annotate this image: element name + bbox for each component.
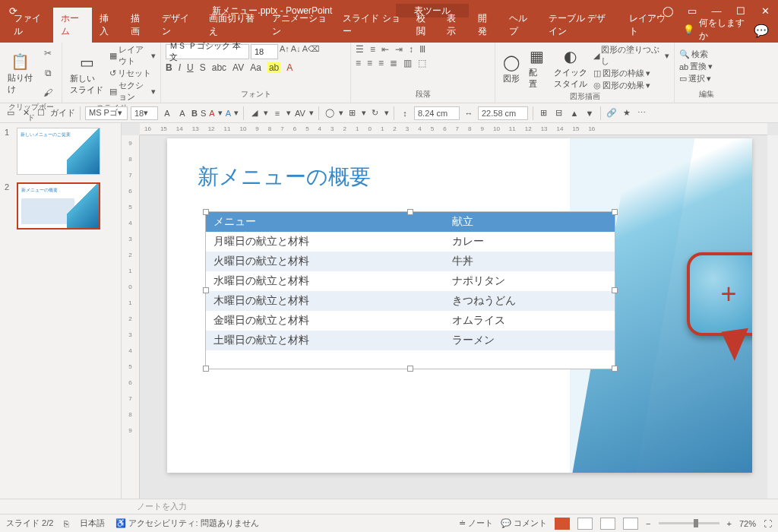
format-painter-icon[interactable]: 🖌	[39, 84, 57, 102]
table-row[interactable]: 金曜日の献立と材料オムライス	[206, 311, 615, 331]
table-row[interactable]: 木曜日の献立と材料きつねうどん	[206, 291, 615, 311]
comments-toggle[interactable]: 💬 コメント	[501, 518, 547, 529]
qat-shrink-icon[interactable]: A	[176, 107, 188, 119]
table-row[interactable]: 月曜日の献立と材料カレー	[206, 232, 615, 252]
sorter-view-icon[interactable]	[577, 518, 593, 530]
qat-align-icon[interactable]: ⊞	[346, 107, 359, 119]
slide-table[interactable]: メニュー 献立 月曜日の献立と材料カレー火曜日の献立と材料牛丼水曜日の献立と材料…	[205, 211, 615, 369]
comments-icon[interactable]: 💬	[745, 19, 778, 43]
tell-me[interactable]: 💡 何をしますか	[683, 17, 745, 43]
qat-back-icon[interactable]: ▼	[584, 107, 596, 119]
qat-width-icon[interactable]: ↔	[463, 107, 475, 119]
replace-button[interactable]: ab 置換 ▾	[679, 61, 713, 72]
reset-button[interactable]: ↺ リセット	[109, 68, 156, 79]
tab-file[interactable]: ファイル	[6, 8, 53, 43]
font-name-select[interactable]: ＭＳ Ｐゴシック 本文	[166, 44, 249, 59]
qat-height-input[interactable]: 8.24 cm	[414, 106, 460, 120]
spacing-button[interactable]: AV	[232, 62, 244, 73]
zoom-slider[interactable]	[659, 522, 719, 524]
new-slide-button[interactable]: ▭ 新しい スライド	[67, 50, 106, 97]
minimize-icon[interactable]: ―	[710, 4, 723, 17]
slide-canvas[interactable]: 新メニューの概要 メニュー 献立 月曜日の献立と材料カ	[167, 138, 752, 473]
table-row[interactable]: 水曜日の献立と材料ナポリタン	[206, 271, 615, 291]
tab-view[interactable]: 表示	[439, 8, 470, 43]
select-button[interactable]: ▭ 選択 ▾	[679, 73, 713, 84]
smartart-icon[interactable]: ⬚	[418, 58, 426, 68]
qat-fontcolor[interactable]: A	[209, 109, 214, 118]
qat-font-name[interactable]: MS Pゴ ▾	[85, 106, 128, 120]
scrollbar-vertical[interactable]	[767, 135, 778, 499]
font-size-select[interactable]: 18	[251, 44, 278, 59]
increase-font-icon[interactable]: A↑	[280, 44, 289, 59]
numbering-icon[interactable]: ≡	[370, 44, 375, 55]
qat-grow-icon[interactable]: A	[161, 107, 173, 119]
clear-format-icon[interactable]: A⌫	[302, 44, 320, 59]
italic-button[interactable]: I	[179, 62, 181, 73]
qat-save-icon[interactable]: ▭	[5, 107, 17, 119]
align-center-icon[interactable]: ≡	[367, 58, 372, 68]
shape-outline-button[interactable]: ◫ 図形の枠線 ▾	[593, 68, 669, 79]
tab-draw[interactable]: 描画	[123, 8, 154, 43]
section-button[interactable]: ▤ セクション ▾	[109, 80, 156, 103]
tab-review[interactable]: 校閲	[409, 8, 440, 43]
quickstyle-button[interactable]: ◐クイック スタイル	[551, 44, 590, 91]
qat-shadow[interactable]: S	[201, 109, 206, 118]
text-direction-icon[interactable]: Ⅲ	[419, 44, 425, 55]
qat-spacing-icon[interactable]: AV	[294, 107, 306, 119]
cut-icon[interactable]: ✂	[39, 44, 57, 62]
arrange-button[interactable]: ▦配置	[526, 44, 548, 91]
copy-icon[interactable]: ⧉	[39, 64, 57, 82]
qat-link-icon[interactable]: 🔗	[606, 107, 618, 119]
bold-button[interactable]: B	[166, 62, 172, 73]
strike-button[interactable]: abc	[212, 62, 226, 73]
indent-dec-icon[interactable]: ⇤	[381, 44, 389, 55]
qat-height-icon[interactable]: ↕	[399, 107, 411, 119]
table-row[interactable]: 火曜日の献立と材料牛丼	[206, 252, 615, 271]
tab-transitions[interactable]: 画面切り替え	[201, 8, 264, 43]
qat-group-icon[interactable]: ⊞	[538, 107, 550, 119]
qat-front-icon[interactable]: ▲	[568, 107, 580, 119]
case-button[interactable]: Aa	[250, 62, 261, 73]
qat-undo-icon[interactable]: ✕	[20, 107, 32, 119]
fit-icon[interactable]: ⛶	[764, 519, 772, 528]
thumbnail-2[interactable]: 2 新メニューの概要	[5, 182, 116, 230]
qat-more-icon[interactable]: ⋯	[636, 107, 648, 119]
accessibility-label[interactable]: ♿ アクセシビリティ: 問題ありません	[115, 518, 258, 529]
shapes-button[interactable]: ◯図形	[500, 50, 523, 86]
guide-label[interactable]: ガイド	[50, 107, 75, 119]
underline-button[interactable]: U	[187, 62, 194, 73]
normal-view-icon[interactable]	[555, 518, 570, 530]
qat-anim-icon[interactable]: ★	[621, 107, 633, 119]
qat-ungroup-icon[interactable]: ⊟	[553, 107, 565, 119]
decrease-font-icon[interactable]: A↓	[291, 44, 301, 59]
find-button[interactable]: 🔍 検索	[679, 49, 713, 60]
zoom-level[interactable]: 72%	[739, 519, 756, 528]
notes-toggle[interactable]: ≐ ノート	[459, 518, 493, 529]
zoom-in-icon[interactable]: +	[727, 519, 732, 528]
slideshow-view-icon[interactable]	[623, 518, 638, 530]
table-header-dish[interactable]: 献立	[444, 212, 615, 232]
align-left-icon[interactable]: ≡	[356, 58, 361, 68]
maximize-icon[interactable]: ☐	[734, 4, 748, 17]
line-spacing-icon[interactable]: ↕	[409, 44, 413, 55]
reading-view-icon[interactable]	[600, 518, 615, 530]
tab-tabledesign[interactable]: テーブル デザイン	[541, 8, 622, 43]
align-right-icon[interactable]: ≡	[378, 58, 384, 68]
thumbnail-1[interactable]: 1 新しいメニューのご提案	[5, 128, 116, 175]
tab-help[interactable]: ヘルプ	[501, 8, 540, 43]
columns-icon[interactable]: ▥	[403, 58, 412, 68]
shape-effects-button[interactable]: ◎ 図形の効果 ▾	[593, 80, 669, 91]
indent-inc-icon[interactable]: ⇥	[395, 44, 403, 55]
spellcheck-icon[interactable]: ⎘	[64, 519, 69, 528]
bullets-icon[interactable]: ☰	[356, 44, 364, 55]
qat-font-size[interactable]: 18 ▾	[131, 106, 158, 120]
shape-fill-button[interactable]: ◢ 図形の塗りつぶし ▾	[593, 44, 669, 67]
tab-insert[interactable]: 挿入	[92, 8, 123, 43]
tab-layout[interactable]: レイアウト	[621, 8, 676, 43]
qat-bullets-icon[interactable]: ≡	[271, 107, 283, 119]
tab-slideshow[interactable]: スライド ショー	[335, 8, 408, 43]
justify-icon[interactable]: ≣	[390, 58, 397, 68]
layout-button[interactable]: ▦ レイアウト ▾	[109, 44, 156, 67]
tab-home[interactable]: ホーム	[53, 8, 92, 43]
qat-fill-icon[interactable]: ◢	[248, 107, 261, 119]
